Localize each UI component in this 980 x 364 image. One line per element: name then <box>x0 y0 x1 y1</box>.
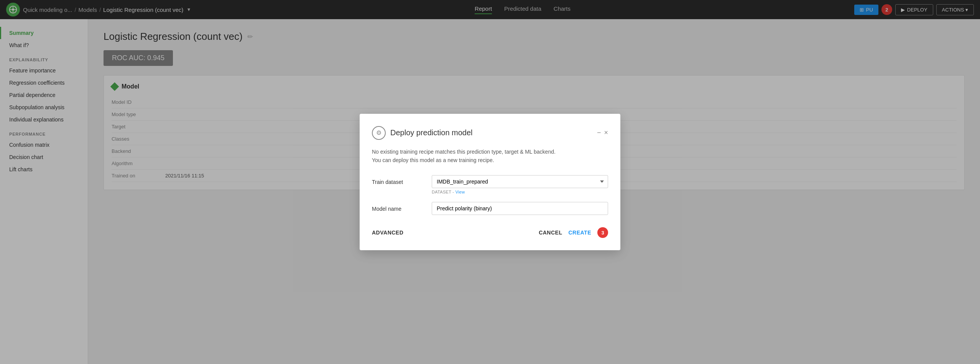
modal-header: ⚙ Deploy prediction model − × <box>372 126 608 140</box>
modal-body-text: No existing training recipe matches this… <box>372 148 608 165</box>
modal-text-line2: You can deploy this model as a new train… <box>372 156 608 164</box>
modal-text-line1: No existing training recipe matches this… <box>372 148 608 156</box>
modal-footer: ADVANCED CANCEL CREATE 3 <box>372 227 608 238</box>
train-dataset-subtext: DATASET - View <box>432 190 608 194</box>
model-name-row: Model name <box>372 202 608 215</box>
train-dataset-field: IMDB_train_prepared DATASET - View <box>432 175 608 194</box>
cancel-button[interactable]: CANCEL <box>539 230 562 236</box>
modal-footer-right: CANCEL CREATE 3 <box>539 227 608 238</box>
gear-icon: ⚙ <box>376 129 381 136</box>
modal-title: Deploy prediction model <box>390 128 592 137</box>
train-dataset-select[interactable]: IMDB_train_prepared <box>432 175 608 188</box>
model-name-label: Model name <box>372 202 426 212</box>
dataset-view-link[interactable]: View <box>455 190 465 194</box>
model-name-field <box>432 202 608 215</box>
create-button[interactable]: CREATE <box>568 230 591 236</box>
modal-overlay: ⚙ Deploy prediction model − × No existin… <box>0 0 980 364</box>
train-dataset-label: Train dataset <box>372 175 426 185</box>
modal-minimize-button[interactable]: − <box>597 129 601 137</box>
modal-controls: − × <box>597 129 608 137</box>
advanced-button[interactable]: ADVANCED <box>372 230 403 236</box>
modal-icon: ⚙ <box>372 126 386 140</box>
modal-footer-left: ADVANCED <box>372 229 403 236</box>
dataset-prefix: DATASET - <box>432 190 455 194</box>
modal-close-button[interactable]: × <box>604 129 608 137</box>
model-name-input[interactable] <box>432 202 608 215</box>
deploy-prediction-modal: ⚙ Deploy prediction model − × No existin… <box>360 114 620 251</box>
badge-3: 3 <box>597 227 608 238</box>
train-dataset-row: Train dataset IMDB_train_prepared DATASE… <box>372 175 608 194</box>
